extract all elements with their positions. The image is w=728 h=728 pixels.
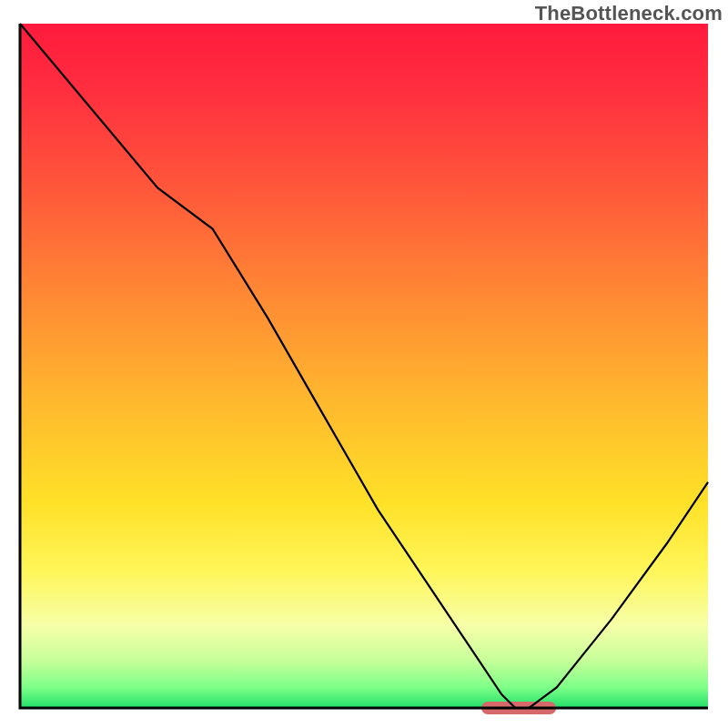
chart-container: TheBottleneck.com <box>0 0 728 728</box>
gradient-background <box>20 24 708 708</box>
bottleneck-chart <box>0 0 728 728</box>
watermark-text: TheBottleneck.com <box>535 2 723 25</box>
